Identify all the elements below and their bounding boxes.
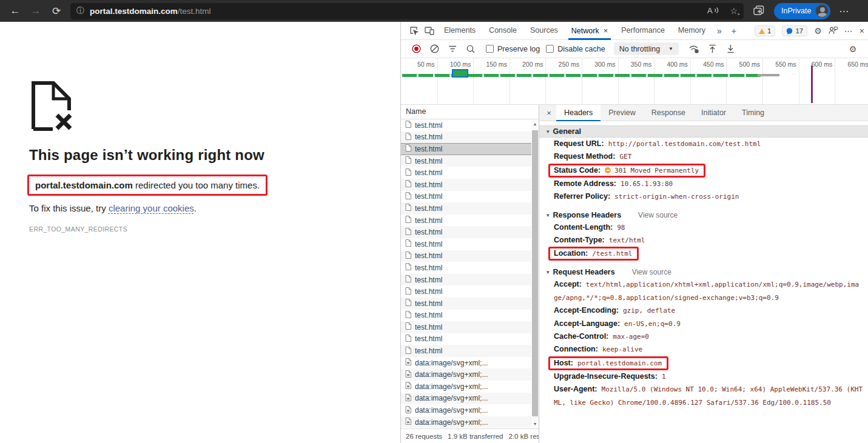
request-row[interactable]: test.html	[401, 202, 539, 215]
avatar[interactable]	[815, 4, 829, 18]
search-icon[interactable]	[462, 45, 480, 53]
collapse-triangle-icon[interactable]: ▾	[547, 128, 550, 135]
collapse-triangle-icon[interactable]: ▾	[547, 212, 550, 218]
request-row[interactable]: test.html	[401, 274, 539, 286]
grid-line	[835, 58, 835, 104]
request-row[interactable]: test.html	[401, 226, 539, 238]
request-row[interactable]: data:image/svg+xml;...	[401, 404, 539, 416]
preserve-log-label[interactable]: Preserve log	[497, 45, 540, 53]
request-row[interactable]: test.html	[401, 119, 539, 132]
request-row[interactable]: test.html	[401, 132, 539, 144]
request-row[interactable]: test.html	[401, 285, 539, 298]
browser-toolbar: ← → ⟳ ⓘ portal.testdomain.com /test.html…	[0, 0, 868, 22]
request-row[interactable]: test.html	[401, 333, 539, 345]
header-line: Connection:keep-alive	[539, 343, 868, 356]
request-row[interactable]: test.html	[401, 167, 539, 179]
scroll-down-icon[interactable]: ▼	[531, 422, 539, 426]
device-toolbar-icon[interactable]	[422, 26, 437, 35]
feedback-icon[interactable]	[829, 26, 838, 36]
request-row[interactable]: data:image/svg+xml;...	[401, 381, 539, 393]
back-icon[interactable]: ←	[5, 5, 25, 17]
request-row[interactable]: data:image/svg+xml;...	[401, 416, 539, 428]
section-header-response-headers[interactable]: ▾Response HeadersView source	[539, 209, 868, 221]
read-aloud-icon[interactable]: A	[707, 6, 719, 16]
request-row[interactable]: test.html	[401, 310, 539, 322]
scroll-up-icon[interactable]: ▲	[531, 122, 539, 126]
request-row[interactable]: test.html	[401, 250, 539, 262]
clear-network-log-icon[interactable]	[425, 44, 443, 53]
request-row[interactable]: test.html	[401, 215, 539, 227]
devtools-tab-sources[interactable]: Sources	[523, 22, 565, 40]
network-settings-icon[interactable]: ⚙	[844, 44, 862, 54]
request-row[interactable]: test.html	[401, 238, 539, 250]
devtools-tab-memory[interactable]: Memory	[671, 22, 712, 40]
inspect-element-icon[interactable]	[406, 26, 422, 35]
name-column-header[interactable]: Name	[401, 105, 539, 119]
throttling-select[interactable]: No throttling ▼	[614, 42, 679, 55]
messages-badge[interactable]: 17	[782, 25, 807, 36]
request-row[interactable]: test.html	[401, 321, 539, 333]
detail-tab-initiator[interactable]: Initiator	[693, 105, 734, 121]
request-row[interactable]: test.html	[401, 298, 539, 310]
collapse-triangle-icon[interactable]: ▾	[547, 269, 550, 275]
header-key: Accept:	[554, 280, 582, 288]
devtools-tab-performance[interactable]: Performance	[614, 22, 671, 40]
request-row[interactable]: data:image/svg+xml;...	[401, 368, 539, 381]
disable-cache-checkbox[interactable]	[546, 45, 554, 53]
devtools-settings-icon[interactable]: ⚙	[814, 26, 822, 36]
document-file-icon	[405, 192, 411, 201]
summary-item: 2.0 kB resources	[509, 433, 539, 440]
scrollbar-thumb[interactable]	[532, 130, 538, 416]
request-name: test.html	[415, 323, 442, 331]
address-bar[interactable]: ⓘ portal.testdomain.com /test.html A ☆+	[70, 3, 744, 19]
network-overview-timeline[interactable]: ·· 50 ms100 ms150 ms200 ms250 ms300 ms35…	[401, 58, 868, 105]
request-name: test.html	[415, 347, 442, 355]
section-header-request-headers[interactable]: ▾Request HeadersView source	[539, 266, 868, 278]
import-har-icon[interactable]	[703, 44, 721, 53]
disable-cache-label[interactable]: Disable cache	[557, 45, 605, 53]
section-header-general[interactable]: ▾General	[539, 125, 868, 138]
record-network-log-icon[interactable]	[407, 44, 425, 53]
view-source-link[interactable]: View source	[638, 211, 678, 219]
request-row[interactable]: test.html	[401, 262, 539, 274]
devtools-close-icon[interactable]: ×	[860, 26, 864, 36]
error-title: This page isn’t working right now	[29, 147, 264, 164]
devtools-tab-elements[interactable]: Elements	[437, 22, 482, 40]
add-favorite-icon[interactable]: ☆+	[730, 6, 738, 16]
request-row[interactable]: test.html	[401, 191, 539, 203]
request-row[interactable]: test.html	[401, 143, 539, 155]
request-name: test.html	[415, 204, 442, 213]
devtools-menu-icon[interactable]: ⋯	[844, 26, 853, 36]
export-har-icon[interactable]	[721, 44, 739, 53]
close-detail-icon[interactable]: ×	[542, 108, 556, 118]
request-row[interactable]: data:image/svg+xml;...	[401, 357, 539, 369]
network-conditions-icon[interactable]	[685, 45, 703, 53]
request-row[interactable]: test.html	[401, 345, 539, 357]
header-line: Request URL:http://portal.testdomain.com…	[539, 138, 868, 150]
refresh-icon[interactable]: ⟳	[46, 5, 67, 18]
close-network-tab-icon[interactable]: ×	[604, 26, 608, 35]
request-row[interactable]: test.html	[401, 155, 539, 167]
collections-icon[interactable]	[753, 5, 764, 17]
view-source-link[interactable]: View source	[632, 268, 671, 276]
more-tabs-icon[interactable]: »	[712, 26, 727, 36]
filter-icon[interactable]	[443, 45, 462, 52]
request-list-scrollbar[interactable]: ▲ ▼	[531, 119, 539, 428]
warnings-badge[interactable]: 1	[755, 25, 775, 36]
inprivate-badge[interactable]: InPrivate	[774, 3, 830, 19]
detail-tab-response[interactable]: Response	[644, 105, 693, 121]
request-row[interactable]: test.html	[401, 179, 539, 191]
detail-tab-preview[interactable]: Preview	[601, 105, 643, 121]
detail-tab-headers[interactable]: Headers	[556, 105, 601, 121]
preserve-log-checkbox[interactable]	[486, 45, 494, 53]
devtools-tab-console[interactable]: Console	[482, 22, 523, 40]
add-tab-icon[interactable]: +	[727, 26, 741, 36]
request-row[interactable]: data:image/svg+xml;...	[401, 393, 539, 405]
site-info-icon[interactable]: ⓘ	[76, 5, 84, 16]
header-key: Request URL:	[554, 139, 604, 148]
detail-tab-timing[interactable]: Timing	[734, 105, 772, 121]
devtools-tab-network[interactable]: Network×	[565, 22, 614, 40]
browser-menu-icon[interactable]: ⋯	[839, 5, 849, 17]
clear-cookies-link[interactable]: clearing your cookies	[109, 203, 194, 213]
load-event-marker	[811, 65, 813, 103]
